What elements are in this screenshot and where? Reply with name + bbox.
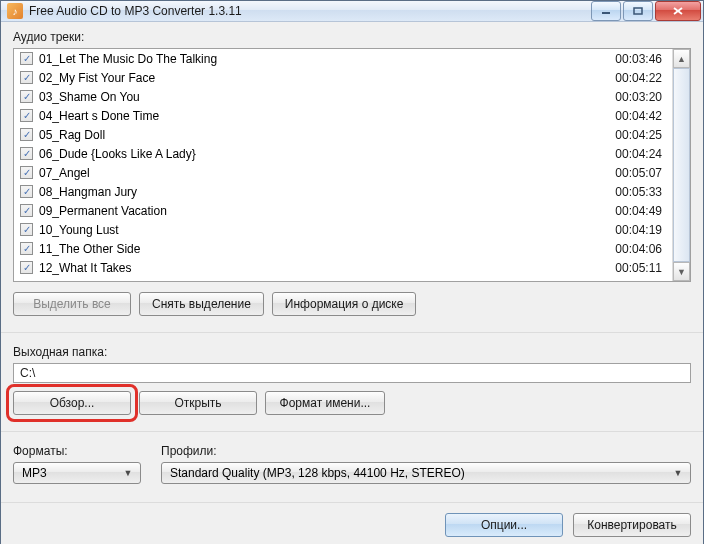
checkbox[interactable]: ✓ <box>20 185 33 198</box>
track-row[interactable]: ✓04_Heart s Done Time00:04:42 <box>14 106 672 125</box>
track-name: 08_Hangman Jury <box>39 185 615 199</box>
track-name: 02_My Fist Your Face <box>39 71 615 85</box>
track-time: 00:05:11 <box>615 261 666 275</box>
open-button[interactable]: Открыть <box>139 391 257 415</box>
track-name: 07_Angel <box>39 166 615 180</box>
scroll-thumb[interactable] <box>673 68 690 262</box>
track-time: 00:04:22 <box>615 71 666 85</box>
track-row[interactable]: ✓09_Permanent Vacation00:04:49 <box>14 201 672 220</box>
checkbox[interactable]: ✓ <box>20 52 33 65</box>
profile-combo[interactable]: Standard Quality (MP3, 128 kbps, 44100 H… <box>161 462 691 484</box>
convert-button[interactable]: Конвертировать <box>573 513 691 537</box>
deselect-button[interactable]: Снять выделение <box>139 292 264 316</box>
track-name: 12_What It Takes <box>39 261 615 275</box>
chevron-down-icon: ▼ <box>120 468 136 478</box>
track-row[interactable]: ✓12_What It Takes00:05:11 <box>14 258 672 277</box>
track-row[interactable]: ✓11_The Other Side00:04:06 <box>14 239 672 258</box>
track-row[interactable]: ✓08_Hangman Jury00:05:33 <box>14 182 672 201</box>
track-row[interactable]: ✓02_My Fist Your Face00:04:22 <box>14 68 672 87</box>
checkbox[interactable]: ✓ <box>20 223 33 236</box>
close-button[interactable] <box>655 1 701 21</box>
app-icon: ♪ <box>7 3 23 19</box>
checkbox[interactable]: ✓ <box>20 166 33 179</box>
track-time: 00:04:19 <box>615 223 666 237</box>
browse-highlight: Обзор... <box>13 391 131 415</box>
track-time: 00:05:33 <box>615 185 666 199</box>
scrollbar[interactable]: ▲ ▼ <box>672 49 690 281</box>
track-name: 10_Young Lust <box>39 223 615 237</box>
minimize-button[interactable] <box>591 1 621 21</box>
scroll-up-icon[interactable]: ▲ <box>673 49 690 68</box>
checkbox[interactable]: ✓ <box>20 261 33 274</box>
svg-rect-1 <box>634 8 642 14</box>
track-list[interactable]: ✓01_Let The Music Do The Talking00:03:46… <box>13 48 691 282</box>
disc-info-button[interactable]: Информация о диске <box>272 292 417 316</box>
titlebar: ♪ Free Audio CD to MP3 Converter 1.3.11 <box>1 1 703 22</box>
track-time: 00:04:24 <box>615 147 666 161</box>
checkbox[interactable]: ✓ <box>20 204 33 217</box>
track-row[interactable]: ✓07_Angel00:05:07 <box>14 163 672 182</box>
checkbox[interactable]: ✓ <box>20 109 33 122</box>
output-path-input[interactable]: C:\ <box>13 363 691 383</box>
track-time: 00:03:20 <box>615 90 666 104</box>
track-time: 00:03:46 <box>615 52 666 66</box>
options-button[interactable]: Опции... <box>445 513 563 537</box>
maximize-button[interactable] <box>623 1 653 21</box>
track-time: 00:04:25 <box>615 128 666 142</box>
browse-button[interactable]: Обзор... <box>13 391 131 415</box>
track-row[interactable]: ✓01_Let The Music Do The Talking00:03:46 <box>14 49 672 68</box>
format-combo[interactable]: MP3 ▼ <box>13 462 141 484</box>
profile-value: Standard Quality (MP3, 128 kbps, 44100 H… <box>170 466 670 480</box>
audio-tracks-label: Аудио треки: <box>13 30 691 44</box>
output-folder-label: Выходная папка: <box>13 345 691 359</box>
track-time: 00:04:49 <box>615 204 666 218</box>
scroll-down-icon[interactable]: ▼ <box>673 262 690 281</box>
checkbox[interactable]: ✓ <box>20 147 33 160</box>
track-time: 00:05:07 <box>615 166 666 180</box>
chevron-down-icon: ▼ <box>670 468 686 478</box>
window-title: Free Audio CD to MP3 Converter 1.3.11 <box>29 4 591 18</box>
format-value: MP3 <box>22 466 120 480</box>
track-name: 04_Heart s Done Time <box>39 109 615 123</box>
name-format-button[interactable]: Формат имени... <box>265 391 385 415</box>
track-name: 09_Permanent Vacation <box>39 204 615 218</box>
track-name: 03_Shame On You <box>39 90 615 104</box>
track-row[interactable]: ✓05_Rag Doll00:04:25 <box>14 125 672 144</box>
track-name: 11_The Other Side <box>39 242 615 256</box>
track-time: 00:04:42 <box>615 109 666 123</box>
checkbox[interactable]: ✓ <box>20 90 33 103</box>
track-name: 06_Dude {Looks Like A Lady} <box>39 147 615 161</box>
checkbox[interactable]: ✓ <box>20 242 33 255</box>
track-row[interactable]: ✓03_Shame On You00:03:20 <box>14 87 672 106</box>
select-all-button[interactable]: Выделить все <box>13 292 131 316</box>
track-time: 00:04:06 <box>615 242 666 256</box>
checkbox[interactable]: ✓ <box>20 71 33 84</box>
track-row[interactable]: ✓10_Young Lust00:04:19 <box>14 220 672 239</box>
track-row[interactable]: ✓06_Dude {Looks Like A Lady}00:04:24 <box>14 144 672 163</box>
profiles-label: Профили: <box>161 444 691 458</box>
checkbox[interactable]: ✓ <box>20 128 33 141</box>
track-name: 05_Rag Doll <box>39 128 615 142</box>
formats-label: Форматы: <box>13 444 141 458</box>
track-name: 01_Let The Music Do The Talking <box>39 52 615 66</box>
